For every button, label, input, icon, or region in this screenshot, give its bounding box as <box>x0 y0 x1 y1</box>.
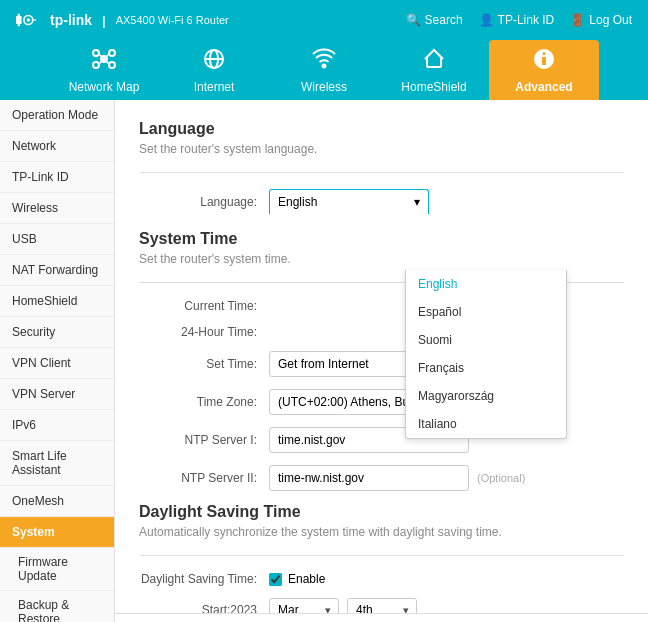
logout-label: Log Out <box>589 13 632 27</box>
svg-line-11 <box>106 54 109 57</box>
main-layout: Operation Mode Network TP-Link ID Wirele… <box>0 100 648 622</box>
sidebar-item-nat[interactable]: NAT Forwarding <box>0 255 114 286</box>
content: Language Set the router's system languag… <box>115 100 648 622</box>
network-map-label: Network Map <box>69 80 140 94</box>
language-section-title: Language <box>139 120 624 138</box>
lang-option-suomi[interactable]: Suomi <box>406 326 566 354</box>
timezone-label: Time Zone: <box>139 395 269 409</box>
lang-option-espanol[interactable]: Español <box>406 298 566 326</box>
dst-checkbox[interactable] <box>269 573 282 586</box>
advanced-icon <box>532 47 556 76</box>
search-icon: 🔍 <box>406 13 421 27</box>
svg-line-10 <box>99 54 102 57</box>
svg-point-6 <box>93 50 99 56</box>
dst-enable-text: Enable <box>288 572 325 586</box>
language-select[interactable]: English ▾ <box>269 189 429 214</box>
user-icon: 👤 <box>479 13 494 27</box>
language-selected-value: English <box>278 195 317 209</box>
content-area: Language Set the router's system languag… <box>115 100 648 622</box>
current-time-label: Current Time: <box>139 299 269 313</box>
sidebar-item-onemesh[interactable]: OneMesh <box>0 486 114 517</box>
tab-homeshield[interactable]: HomeShield <box>379 40 489 100</box>
sidebar-item-operation-mode[interactable]: Operation Mode <box>0 100 114 131</box>
svg-point-8 <box>93 62 99 68</box>
sidebar-item-homeshield[interactable]: HomeShield <box>0 286 114 317</box>
sidebar-item-system[interactable]: System <box>0 517 114 548</box>
tplink-id-label: TP-Link ID <box>498 13 555 27</box>
svg-point-9 <box>109 62 115 68</box>
internet-label: Internet <box>194 80 235 94</box>
language-dropdown: English Español Suomi Français Magyarors… <box>405 270 567 439</box>
svg-line-12 <box>99 61 102 64</box>
sidebar-item-vpn-client[interactable]: VPN Client <box>0 348 114 379</box>
chevron-down-icon: ▾ <box>414 195 420 209</box>
homeshield-icon <box>422 47 446 76</box>
language-divider <box>139 172 624 173</box>
brand-model: AX5400 Wi-Fi 6 Router <box>116 14 229 26</box>
header: tp-link | AX5400 Wi-Fi 6 Router 🔍 Search… <box>0 0 648 100</box>
brand-separator: | <box>102 13 106 28</box>
brand: tp-link | AX5400 Wi-Fi 6 Router <box>16 10 229 30</box>
tp-link-logo-icon <box>16 10 44 30</box>
footer: ? SUPPORT ↑ BACK TO TOP <box>115 613 648 622</box>
daylight-section: Daylight Saving Time Automatically synch… <box>139 503 624 622</box>
system-time-desc: Set the router's system time. <box>139 252 624 266</box>
tab-network-map[interactable]: Network Map <box>49 40 159 100</box>
lang-option-italiano[interactable]: Italiano <box>406 410 566 438</box>
ntp2-input[interactable] <box>269 465 469 491</box>
sidebar-item-usb[interactable]: USB <box>0 224 114 255</box>
sidebar-item-vpn-server[interactable]: VPN Server <box>0 379 114 410</box>
language-row: Language: English ▾ <box>139 189 624 214</box>
sidebar-item-backup[interactable]: Backup & Restore <box>0 591 114 622</box>
svg-point-7 <box>109 50 115 56</box>
header-actions: 🔍 Search 👤 TP-Link ID 🚪 Log Out <box>406 13 632 27</box>
set-time-label: Set Time: <box>139 357 269 371</box>
ntp2-optional: (Optional) <box>477 472 525 484</box>
24h-label: 24-Hour Time: <box>139 325 269 339</box>
internet-icon <box>202 47 226 76</box>
ntp2-row: NTP Server II: (Optional) <box>139 465 624 491</box>
ntp1-label: NTP Server I: <box>139 433 269 447</box>
header-top: tp-link | AX5400 Wi-Fi 6 Router 🔍 Search… <box>0 0 648 40</box>
sidebar: Operation Mode Network TP-Link ID Wirele… <box>0 100 115 622</box>
homeshield-label: HomeShield <box>401 80 466 94</box>
tplink-id-button[interactable]: 👤 TP-Link ID <box>479 13 555 27</box>
brand-logo: tp-link | AX5400 Wi-Fi 6 Router <box>16 10 229 30</box>
svg-rect-1 <box>18 14 20 26</box>
tab-wireless[interactable]: Wireless <box>269 40 379 100</box>
sidebar-item-tplink-id[interactable]: TP-Link ID <box>0 162 114 193</box>
daylight-desc: Automatically synchronize the system tim… <box>139 525 624 539</box>
search-label: Search <box>425 13 463 27</box>
dst-enable-label[interactable]: Enable <box>269 572 325 586</box>
daylight-title: Daylight Saving Time <box>139 503 624 521</box>
sidebar-item-wireless[interactable]: Wireless <box>0 193 114 224</box>
sidebar-item-network[interactable]: Network <box>0 131 114 162</box>
ntp2-label: NTP Server II: <box>139 471 269 485</box>
system-time-title: System Time <box>139 230 624 248</box>
sidebar-item-firmware[interactable]: Firmware Update <box>0 548 114 591</box>
language-section: Language Set the router's system languag… <box>139 120 624 214</box>
sidebar-item-smart-life[interactable]: Smart Life Assistant <box>0 441 114 486</box>
dst-enable-row: Daylight Saving Time: Enable <box>139 572 624 586</box>
search-button[interactable]: 🔍 Search <box>406 13 463 27</box>
network-map-icon <box>92 47 116 76</box>
dst-label: Daylight Saving Time: <box>139 572 269 586</box>
logout-icon: 🚪 <box>570 13 585 27</box>
sidebar-item-ipv6[interactable]: IPv6 <box>0 410 114 441</box>
lang-option-english[interactable]: English <box>406 270 566 298</box>
language-select-wrapper: English ▾ <box>269 189 469 214</box>
language-label: Language: <box>139 195 269 209</box>
lang-option-francais[interactable]: Français <box>406 354 566 382</box>
advanced-label: Advanced <box>515 80 572 94</box>
lang-option-magyarorszag[interactable]: Magyarország <box>406 382 566 410</box>
sidebar-item-security[interactable]: Security <box>0 317 114 348</box>
language-section-desc: Set the router's system language. <box>139 142 624 156</box>
wireless-label: Wireless <box>301 80 347 94</box>
tab-internet[interactable]: Internet <box>159 40 269 100</box>
tab-advanced[interactable]: Advanced <box>489 40 599 100</box>
wireless-icon <box>312 47 336 76</box>
logout-button[interactable]: 🚪 Log Out <box>570 13 632 27</box>
svg-line-13 <box>106 61 109 64</box>
nav-tabs: Network Map Internet Wireless HomeShield… <box>0 40 648 100</box>
svg-point-17 <box>323 64 326 67</box>
